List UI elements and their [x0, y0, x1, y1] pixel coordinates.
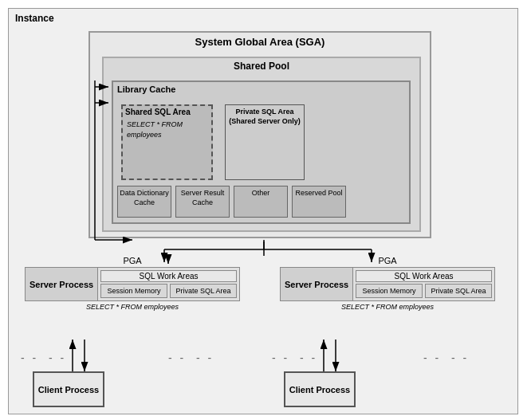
dash-line-right-1: - - [423, 351, 441, 364]
private-sql-area-label: Private SQL Area (Shared Server Only) [226, 105, 304, 128]
shared-pool-box: Shared Pool Library Cache Shared SQL Are… [102, 57, 421, 232]
session-memory-box-right: Session Memory [356, 284, 423, 298]
main-container: Instance System Global Area (SGA) Shared… [0, 0, 531, 420]
dash-line-center-left-2: - - [196, 351, 214, 364]
sql-work-areas-label-right: SQL Work Areas [356, 270, 492, 282]
client-process-left: Client Process [33, 371, 104, 407]
pga-box-left: Server Process SQL Work Areas Session Me… [25, 267, 240, 301]
server-process-label-right: Server Process [281, 268, 353, 300]
sql-work-areas-container-right: SQL Work Areas Session Memory Private SQ… [353, 268, 494, 300]
select-label-right: SELECT * FROM employees [280, 303, 495, 311]
dash-line-left-2: - - [49, 351, 66, 364]
pga-label-left: PGA [25, 256, 240, 265]
dash-line-center-right-1: - - [272, 351, 289, 364]
pga-container-right: PGA Server Process SQL Work Areas Sessio… [280, 256, 495, 311]
sga-label: System Global Area (SGA) [90, 33, 430, 48]
sql-work-areas-label-left: SQL Work Areas [100, 270, 237, 282]
server-process-label-left: Server Process [26, 268, 98, 300]
shared-sql-area-box: Shared SQL Area SELECT * FROM employees [121, 104, 213, 180]
session-private-row-left: Session Memory Private SQL Area [100, 284, 237, 298]
dash-line-center-left-1: - - [168, 351, 186, 364]
instance-box: Instance System Global Area (SGA) Shared… [8, 8, 518, 414]
select-label-left: SELECT * FROM employees [25, 303, 240, 311]
pga-label-right: PGA [280, 256, 495, 265]
sql-work-areas-container-left: SQL Work Areas Session Memory Private SQ… [98, 268, 239, 300]
dash-line-right-2: - - [451, 351, 469, 364]
shared-pool-label: Shared Pool [104, 58, 419, 72]
client-process-right: Client Process [284, 371, 356, 407]
other-box: Other [234, 186, 288, 218]
sql-code: SELECT * FROM employees [123, 118, 211, 141]
reserved-pool: Reserved Pool [292, 186, 346, 218]
data-dictionary-cache: Data Dictionary Cache [117, 186, 171, 218]
session-memory-box-left: Session Memory [100, 284, 167, 298]
instance-label: Instance [15, 13, 54, 24]
session-private-row-right: Session Memory Private SQL Area [356, 284, 492, 298]
private-sql-area-box: Private SQL Area (Shared Server Only) [225, 104, 305, 180]
pga-container-left: PGA Server Process SQL Work Areas Sessio… [25, 256, 240, 311]
server-result-cache: Server Result Cache [175, 186, 230, 218]
private-sql-area-small-left: Private SQL Area [170, 284, 237, 298]
lib-bottom-boxes: Data Dictionary Cache Server Result Cach… [117, 186, 346, 218]
private-sql-area-small-right: Private SQL Area [425, 284, 492, 298]
pga-box-right: Server Process SQL Work Areas Session Me… [280, 267, 495, 301]
library-cache-label: Library Cache [113, 82, 409, 96]
dash-line-center-right-2: - - [300, 351, 317, 364]
sga-box: System Global Area (SGA) Shared Pool Lib… [88, 31, 431, 238]
library-cache-box: Library Cache Shared SQL Area SELECT * F… [112, 80, 411, 224]
dash-line-left-1: - - [21, 351, 38, 364]
shared-sql-area-label: Shared SQL Area [123, 106, 211, 118]
